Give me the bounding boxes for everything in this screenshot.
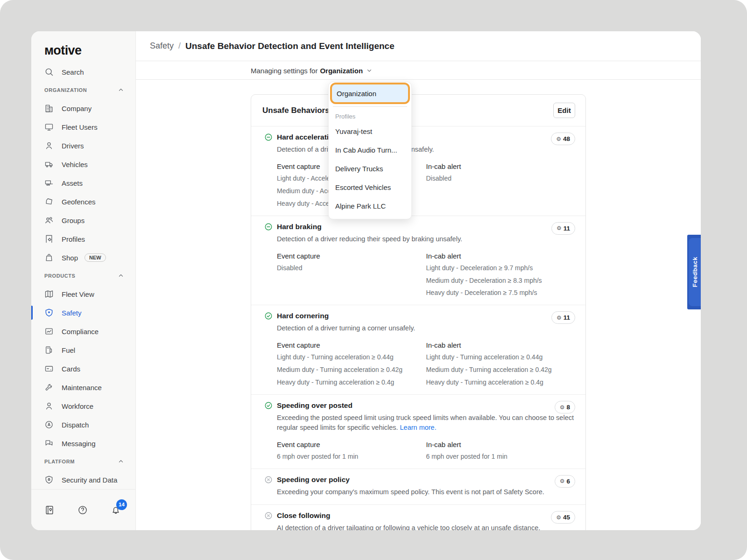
managing-settings-selected: Organization xyxy=(320,67,363,75)
organization-dropdown-menu: Organization Profiles Yuvaraj-test In Ca… xyxy=(328,82,412,219)
in-cab-alert-label: In-cab alert xyxy=(426,252,576,260)
feedback-tab[interactable]: Feedback xyxy=(687,235,701,309)
behavior-description: Exceeding your company's maximum speed p… xyxy=(277,487,575,497)
shield-lock-icon xyxy=(44,475,54,484)
event-capture-column: Event capture Disabled xyxy=(277,252,426,298)
dropdown-option[interactable]: Delivery Trucks xyxy=(329,159,411,178)
settings-count-badge[interactable]: ⚙8 xyxy=(555,401,575,413)
behavior-description: Detection of a driver increasing their s… xyxy=(277,145,575,154)
document-gear-icon xyxy=(44,234,54,244)
sidebar-item-geofences[interactable]: Geofences xyxy=(31,192,135,211)
settings-count-badge[interactable]: ⚙11 xyxy=(551,222,575,235)
managing-settings-dropdown-trigger[interactable]: Managing settings for Organization xyxy=(251,61,373,80)
in-cab-alert-line: Heavy duty - Turning acceleration ≥ 0.4g xyxy=(426,378,576,387)
dropdown-option[interactable]: Alpine Park LLC xyxy=(329,196,411,215)
sidebar-item-label: Profiles xyxy=(62,235,85,243)
gear-icon: ⚙ xyxy=(560,478,565,484)
dropdown-option-organization-selected[interactable]: Organization xyxy=(332,84,408,102)
notification-count-badge: 14 xyxy=(116,499,127,510)
sidebar-item-label: Cards xyxy=(62,365,80,373)
sidebar-item-security-and-data[interactable]: Security and Data xyxy=(31,470,135,489)
in-cab-alert-line: Light duty - Turning acceleration ≥ 0.44… xyxy=(426,353,576,362)
sidebar-item-profiles[interactable]: Profiles xyxy=(31,230,135,248)
search-icon xyxy=(44,67,54,77)
event-capture-column: Event capture Light duty - Turning accel… xyxy=(277,341,426,387)
sidebar-item-vehicles[interactable]: Vehicles xyxy=(31,155,135,174)
notifications-bell-icon[interactable]: 14 xyxy=(111,505,121,515)
dropdown-option[interactable]: Yuvaraj-test xyxy=(329,122,411,140)
truck-icon xyxy=(44,160,54,169)
unsafe-behaviors-card: Unsafe Behaviors Edit Hard acceleration … xyxy=(251,94,586,530)
map-icon xyxy=(44,289,54,299)
sidebar-item-label: Shop xyxy=(62,254,78,262)
sidebar-item-company[interactable]: Company xyxy=(31,99,135,118)
in-cab-alert-line: Light duty - Deceleration ≥ 9.7 mph/s xyxy=(426,264,576,273)
sidebar-item-label: Geofences xyxy=(62,198,96,206)
sidebar-item-cards[interactable]: Cards xyxy=(31,359,135,378)
behavior-title: Hard braking xyxy=(277,223,322,231)
sidebar-item-label: Groups xyxy=(62,217,85,224)
chart-square-icon xyxy=(44,327,54,336)
settings-count-badge[interactable]: ⚙6 xyxy=(555,475,575,488)
compass-pin-icon xyxy=(44,420,54,429)
main-area: Safety / Unsafe Behavior Detection and E… xyxy=(136,31,701,530)
x-circle-icon xyxy=(264,476,273,484)
app-window: ᴍotive Search ORGANIZATION Company Fleet… xyxy=(31,31,701,530)
sidebar-section-products[interactable]: PRODUCTS xyxy=(31,267,135,285)
sidebar-item-label: Drivers xyxy=(62,142,84,150)
in-cab-alert-line: Medium duty - Deceleration ≥ 8.3 mph/s xyxy=(426,276,576,285)
sidebar-item-label: Vehicles xyxy=(62,161,88,168)
sidebar-item-search[interactable]: Search xyxy=(31,63,135,81)
behavior-section-hard-cornering: Hard cornering ⚙11 Detection of a driver… xyxy=(251,305,585,395)
sidebar-item-workforce[interactable]: Workforce xyxy=(31,397,135,415)
motive-logo[interactable]: ᴍotive xyxy=(31,31,135,63)
sidebar-item-label: Assets xyxy=(62,179,83,187)
event-capture-label: Event capture xyxy=(277,441,426,448)
in-cab-alert-label: In-cab alert xyxy=(426,441,576,448)
sidebar-item-dispatch[interactable]: Dispatch xyxy=(31,415,135,434)
dropdown-option[interactable]: In Cab Audio Turn... xyxy=(329,140,411,159)
behavior-description: Exceeding the posted speed limit using t… xyxy=(277,413,575,433)
sidebar-item-maintenance[interactable]: Maintenance xyxy=(31,378,135,397)
motive-logo-text: ᴍotive xyxy=(44,43,81,58)
sidebar-item-compliance[interactable]: Compliance xyxy=(31,322,135,341)
sidebar-item-fleet-users[interactable]: Fleet Users xyxy=(31,118,135,136)
sidebar-item-drivers[interactable]: Drivers xyxy=(31,136,135,155)
gear-icon: ⚙ xyxy=(557,225,562,231)
chevron-down-icon xyxy=(366,67,373,74)
settings-bar: Managing settings for Organization xyxy=(136,61,701,80)
card-header: Unsafe Behaviors Edit xyxy=(251,95,585,126)
sidebar-item-assets[interactable]: Assets xyxy=(31,174,135,192)
sidebar-section-platform[interactable]: PLATFORM xyxy=(31,453,135,470)
sidebar-section-organization[interactable]: ORGANIZATION xyxy=(31,81,135,99)
building-icon xyxy=(44,104,54,113)
event-capture-label: Event capture xyxy=(277,341,426,349)
learn-more-link[interactable]: Learn more. xyxy=(400,424,437,431)
breadcrumb-separator: / xyxy=(178,41,181,51)
sidebar-item-safety[interactable]: Safety xyxy=(31,303,135,322)
feedback-label: Feedback xyxy=(691,257,698,287)
people-icon xyxy=(44,216,54,225)
sidebar-item-fuel[interactable]: Fuel xyxy=(31,341,135,359)
dropdown-option[interactable]: Escorted Vehicles xyxy=(329,178,411,196)
sidebar-item-shop[interactable]: Shop NEW xyxy=(31,248,135,267)
section-label: PLATFORM xyxy=(44,459,75,464)
help-icon[interactable] xyxy=(78,505,88,515)
sidebar-item-label: Search xyxy=(62,68,84,76)
managing-settings-prefix: Managing settings for xyxy=(251,67,317,75)
edit-button[interactable]: Edit xyxy=(553,103,575,118)
desktop-background: ᴍotive Search ORGANIZATION Company Fleet… xyxy=(0,0,747,560)
settings-count-badge[interactable]: ⚙48 xyxy=(551,133,575,145)
sidebar-item-groups[interactable]: Groups xyxy=(31,211,135,230)
breadcrumb-section[interactable]: Safety xyxy=(150,41,174,51)
shield-icon xyxy=(44,308,54,317)
sidebar-item-fleet-view[interactable]: Fleet View xyxy=(31,285,135,303)
shopping-bag-icon xyxy=(44,253,54,262)
sidebar-item-messaging[interactable]: Messaging xyxy=(31,434,135,453)
in-cab-alert-line: 6 mph over posted for 1 min xyxy=(426,452,576,461)
sidebar-item-label: Fuel xyxy=(62,346,75,354)
event-capture-label: Event capture xyxy=(277,252,426,260)
logbook-icon[interactable] xyxy=(44,505,55,515)
settings-count-badge[interactable]: ⚙45 xyxy=(551,511,575,524)
settings-count-badge[interactable]: ⚙11 xyxy=(551,311,575,324)
